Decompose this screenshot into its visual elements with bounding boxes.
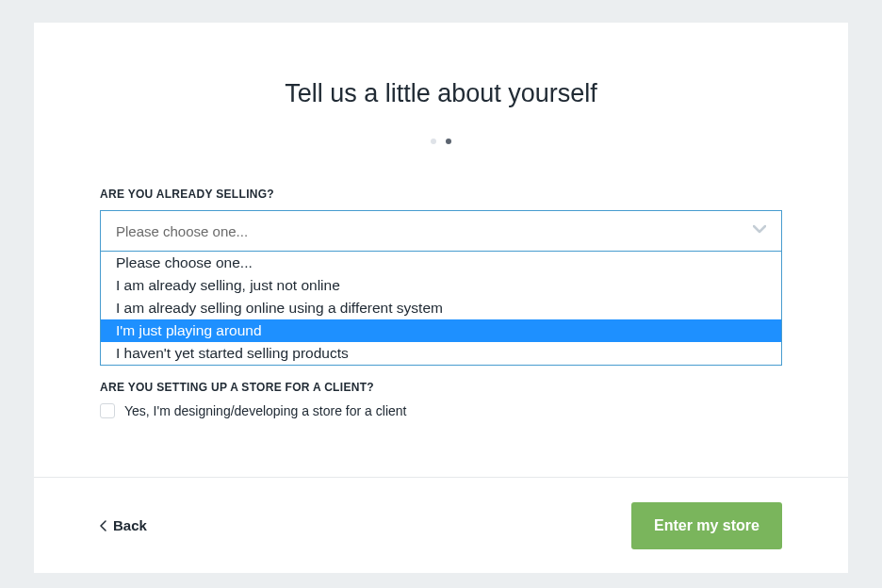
selling-option-3[interactable]: I'm just playing around <box>101 319 781 342</box>
selling-select-value: Please choose one... <box>116 223 248 239</box>
page-title: Tell us a little about yourself <box>100 79 782 108</box>
step-dot-1 <box>431 139 436 144</box>
back-button-label: Back <box>113 517 147 533</box>
selling-option-2[interactable]: I am already selling online using a diff… <box>101 297 781 319</box>
onboarding-card: Tell us a little about yourself ARE YOU … <box>34 23 848 573</box>
chevron-left-icon <box>100 520 107 531</box>
client-checkbox-label: Yes, I'm designing/developing a store fo… <box>124 403 406 418</box>
client-question-label: ARE YOU SETTING UP A STORE FOR A CLIENT? <box>100 381 782 394</box>
step-indicator <box>100 139 782 144</box>
step-dot-2 <box>446 139 451 144</box>
selling-select[interactable]: Please choose one... <box>100 210 782 252</box>
selling-option-1[interactable]: I am already selling, just not online <box>101 274 781 297</box>
back-button[interactable]: Back <box>100 517 147 533</box>
client-checkbox[interactable] <box>100 403 115 418</box>
selling-option-0[interactable]: Please choose one... <box>101 252 781 274</box>
selling-option-4[interactable]: I haven't yet started selling products <box>101 342 781 365</box>
chevron-down-icon <box>753 224 766 237</box>
selling-dropdown-list: Please choose one... I am already sellin… <box>100 252 782 366</box>
client-question-group: ARE YOU SETTING UP A STORE FOR A CLIENT?… <box>100 381 782 418</box>
selling-question-label: ARE YOU ALREADY SELLING? <box>100 188 782 201</box>
selling-question-group: ARE YOU ALREADY SELLING? Please choose o… <box>100 188 782 366</box>
card-footer: Back Enter my store <box>34 477 848 573</box>
enter-store-button[interactable]: Enter my store <box>631 502 782 549</box>
